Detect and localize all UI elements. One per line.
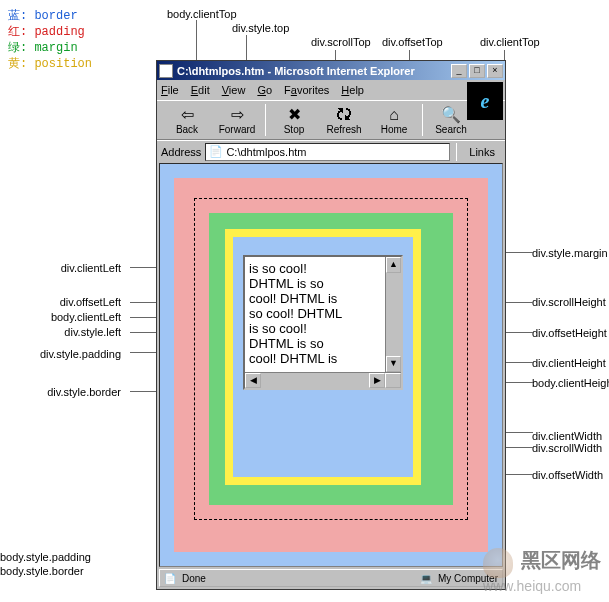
label-div-clienttop: div.clientTop <box>480 36 540 48</box>
content-line: is so cool! <box>249 261 397 276</box>
refresh-button[interactable]: 🗘Refresh <box>320 106 368 135</box>
stop-button[interactable]: ✖Stop <box>270 106 318 135</box>
content-line: so cool! DHTML <box>249 306 397 321</box>
search-label: Search <box>435 124 467 135</box>
content-line: cool! DHTML is <box>249 351 397 366</box>
label-div-style-top: div.style.top <box>232 22 289 34</box>
div-position-region: is so cool! DHTML is so cool! DHTML is s… <box>225 229 421 485</box>
back-label: Back <box>176 124 198 135</box>
stop-label: Stop <box>284 124 305 135</box>
label-body-clientheight: body.clientHeight <box>532 377 609 389</box>
browser-logo: e <box>467 82 503 120</box>
forward-icon: ⇨ <box>231 106 244 124</box>
watermark: 黑区网络 www.heiqu.com <box>483 547 601 594</box>
ie-logo-icon: e <box>481 90 490 113</box>
menu-view[interactable]: View <box>222 84 246 96</box>
refresh-icon: 🗘 <box>336 106 352 124</box>
legend-margin-cn: 绿: <box>8 41 27 55</box>
page-icon: 📄 <box>164 573 176 584</box>
viewport: ▲ ▼ is so cool! DHTML is so cool! <box>159 163 503 567</box>
label-div-offsettop: div.offsetTop <box>382 36 443 48</box>
label-body-clienttop: body.clientTop <box>167 8 237 20</box>
body-scrollbar-vertical[interactable]: ▲ ▼ <box>502 164 503 566</box>
legend-margin-en: margin <box>34 41 77 55</box>
label-div-scrolltop: div.scrollTop <box>311 36 371 48</box>
browser-window: C:\dhtmlpos.htm - Microsoft Internet Exp… <box>156 60 506 590</box>
label-div-scrollwidth: div.scrollWidth <box>532 442 602 454</box>
div-scrollbar-vertical[interactable]: ▲ ▼ <box>385 257 401 372</box>
page-icon: 📄 <box>209 145 223 158</box>
div-scrollbar-horizontal[interactable]: ◀ ▶ <box>245 372 401 388</box>
minimize-button[interactable]: _ <box>451 64 467 78</box>
label-div-style-margin: div.style.margin <box>532 247 608 259</box>
home-icon: ⌂ <box>389 106 399 124</box>
color-legend: 蓝: border 红: padding 绿: margin 黄: positi… <box>8 8 92 72</box>
menu-help[interactable]: Help <box>341 84 364 96</box>
app-icon <box>159 64 173 78</box>
address-label: Address <box>161 146 201 158</box>
div-padding-region: is so cool! DHTML is so cool! DHTML is s… <box>233 237 413 477</box>
forward-button[interactable]: ⇨Forward <box>213 106 261 135</box>
legend-position-cn: 黄: <box>8 57 27 71</box>
content-text: is so cool! DHTML is so cool! DHTML is s… <box>245 257 401 388</box>
address-bar: Address 📄 C:\dhtmlpos.htm Links <box>157 140 505 162</box>
home-button[interactable]: ⌂Home <box>370 106 418 135</box>
label-div-clientheight: div.clientHeight <box>532 357 606 369</box>
label-div-offsetwidth: div.offsetWidth <box>532 469 603 481</box>
close-button[interactable]: × <box>487 64 503 78</box>
legend-padding-en: padding <box>34 25 84 39</box>
menu-favorites[interactable]: Favorites <box>284 84 329 96</box>
content-line: DHTML is so <box>249 276 397 291</box>
label-body-style-border: body.style.border <box>0 565 84 577</box>
div-border-region: is so cool! DHTML is so cool! DHTML is s… <box>209 213 453 505</box>
home-label: Home <box>381 124 408 135</box>
label-div-scrollheight: div.scrollHeight <box>532 296 606 308</box>
div-content-box: is so cool! DHTML is so cool! DHTML is s… <box>243 255 403 390</box>
legend-border-en: border <box>34 9 77 23</box>
label-div-style-padding: div.style.padding <box>40 348 121 360</box>
computer-icon: 💻 <box>420 573 432 584</box>
mushroom-icon <box>483 548 513 578</box>
legend-position-en: position <box>34 57 92 71</box>
div-margin-region: is so cool! DHTML is so cool! DHTML is s… <box>194 198 468 520</box>
toolbar: ⇦Back ⇨Forward ✖Stop 🗘Refresh ⌂Home 🔍Sea… <box>157 100 505 140</box>
titlebar[interactable]: C:\dhtmlpos.htm - Microsoft Internet Exp… <box>157 61 505 80</box>
body-padding-region: is so cool! DHTML is so cool! DHTML is s… <box>174 178 488 552</box>
scroll-up-icon[interactable]: ▲ <box>502 164 503 178</box>
body-border-region: ▲ ▼ is so cool! DHTML is so cool! <box>160 164 502 566</box>
menubar: File Edit View Go Favorites Help <box>157 80 505 100</box>
menu-edit[interactable]: Edit <box>191 84 210 96</box>
label-body-clientleft: body.clientLeft <box>51 311 121 323</box>
menu-file[interactable]: File <box>161 84 179 96</box>
label-div-clientleft: div.clientLeft <box>61 262 121 274</box>
scroll-left-icon[interactable]: ◀ <box>245 373 261 388</box>
scroll-right-icon[interactable]: ▶ <box>369 373 385 388</box>
back-button[interactable]: ⇦Back <box>163 106 211 135</box>
stop-icon: ✖ <box>288 106 301 124</box>
refresh-label: Refresh <box>326 124 361 135</box>
search-icon: 🔍 <box>441 106 461 124</box>
menu-go[interactable]: Go <box>257 84 272 96</box>
scroll-up-icon[interactable]: ▲ <box>386 257 401 273</box>
toolbar-separator <box>456 143 457 161</box>
window-title: C:\dhtmlpos.htm - Microsoft Internet Exp… <box>177 65 451 77</box>
address-value: C:\dhtmlpos.htm <box>226 146 306 158</box>
scroll-down-icon[interactable]: ▼ <box>386 356 401 372</box>
toolbar-separator <box>265 104 266 136</box>
label-div-offsetheight: div.offsetHeight <box>532 327 607 339</box>
toolbar-separator <box>422 104 423 136</box>
label-div-style-border: div.style.border <box>47 386 121 398</box>
watermark-brand: 黑区网络 <box>521 549 601 571</box>
label-div-clientwidth: div.clientWidth <box>532 430 602 442</box>
status-text: Done <box>182 573 206 584</box>
label-div-offsetleft: div.offsetLeft <box>60 296 121 308</box>
address-input[interactable]: 📄 C:\dhtmlpos.htm <box>205 143 450 161</box>
content-line: DHTML is so <box>249 336 397 351</box>
watermark-url: www.heiqu.com <box>483 578 581 594</box>
scrollbar-track[interactable] <box>261 373 369 388</box>
links-button[interactable]: Links <box>463 146 501 158</box>
statusbar: 📄 Done 💻 My Computer <box>159 569 503 587</box>
content-line: is so cool! <box>249 321 397 336</box>
maximize-button[interactable]: □ <box>469 64 485 78</box>
back-icon: ⇦ <box>181 106 194 124</box>
